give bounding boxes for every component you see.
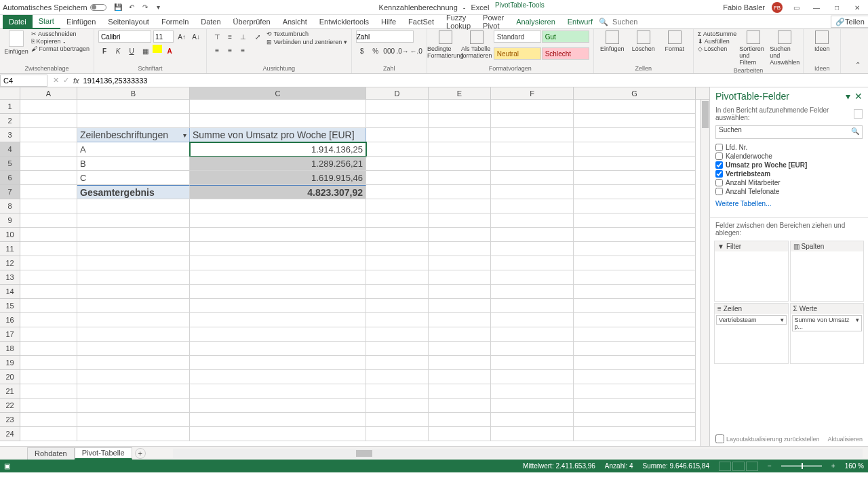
collapse-ribbon-icon[interactable]: ⌃ xyxy=(852,58,864,70)
field-search-input[interactable]: Suchen xyxy=(715,125,863,139)
font-color-button[interactable]: A xyxy=(163,45,176,57)
row-header[interactable]: 17 xyxy=(0,327,20,342)
cell[interactable] xyxy=(429,256,491,270)
field-item[interactable]: Kalenderwoche xyxy=(715,152,863,161)
cell[interactable]: 1.289.256,21 xyxy=(190,157,366,171)
page-break-view-icon[interactable] xyxy=(746,462,758,471)
cell[interactable] xyxy=(20,228,77,242)
user-avatar[interactable]: FB xyxy=(772,2,783,13)
field-item[interactable]: Anzahl Telefonate xyxy=(715,187,863,196)
font-size-select[interactable] xyxy=(153,30,174,43)
cell[interactable] xyxy=(20,356,77,370)
cell[interactable] xyxy=(574,413,696,427)
dec-decimal-icon[interactable]: ←.0 xyxy=(410,45,422,57)
more-tables-link[interactable]: Weitere Tabellen... xyxy=(710,197,868,210)
find-select-button[interactable]: Suchen und Auswählen xyxy=(770,30,799,66)
cell[interactable] xyxy=(20,313,77,327)
row-header[interactable]: 3 xyxy=(0,128,20,142)
cell[interactable] xyxy=(574,299,696,313)
cell[interactable] xyxy=(491,413,574,427)
cell[interactable] xyxy=(190,313,366,327)
cell[interactable] xyxy=(190,270,366,285)
pane-dropdown-icon[interactable]: ▾ xyxy=(846,91,850,102)
cell[interactable] xyxy=(429,399,491,413)
fill-button[interactable]: ⬇ Ausfüllen xyxy=(698,38,737,45)
cell[interactable] xyxy=(491,157,574,171)
cell[interactable] xyxy=(429,142,491,157)
cell[interactable] xyxy=(574,399,696,413)
col-header-D[interactable]: D xyxy=(366,87,429,99)
row-header[interactable]: 10 xyxy=(0,228,20,242)
cell[interactable] xyxy=(574,427,696,441)
col-header-G[interactable]: G xyxy=(574,87,696,99)
paste-button[interactable]: Einfügen xyxy=(4,30,28,64)
row-header[interactable]: 6 xyxy=(0,171,20,185)
rows-field-item[interactable]: Vertriebsteam▾ xyxy=(716,315,787,325)
tab-hilfe[interactable]: Hilfe xyxy=(375,15,402,29)
cell[interactable] xyxy=(366,256,429,270)
tab-formeln[interactable]: Formeln xyxy=(155,15,195,29)
cell[interactable] xyxy=(491,114,574,128)
cell-styles-gallery[interactable]: Standard Gut Neutral Schlecht xyxy=(494,30,589,64)
cell[interactable] xyxy=(429,242,491,256)
cell[interactable] xyxy=(77,399,190,413)
cell[interactable] xyxy=(491,142,574,157)
cell[interactable] xyxy=(429,270,491,285)
field-item[interactable]: Anzahl Mitarbeiter xyxy=(715,178,863,187)
cell[interactable] xyxy=(366,370,429,384)
insert-cells-button[interactable]: Einfügen xyxy=(598,30,627,64)
page-layout-view-icon[interactable] xyxy=(732,462,745,471)
zoom-level[interactable]: 160 % xyxy=(845,462,864,470)
cell[interactable] xyxy=(491,100,574,114)
align-center-icon[interactable]: ≡ xyxy=(224,44,236,56)
cell[interactable] xyxy=(366,285,429,299)
row-header[interactable]: 8 xyxy=(0,199,20,214)
cell[interactable] xyxy=(366,384,429,399)
cell[interactable] xyxy=(491,199,574,214)
autosave-toggle[interactable] xyxy=(90,4,106,11)
row-header[interactable]: 19 xyxy=(0,356,20,370)
align-bot-icon[interactable]: ⊥ xyxy=(237,30,249,43)
fx-icon[interactable]: fx xyxy=(73,77,79,85)
bold-button[interactable]: F xyxy=(98,45,111,57)
cell[interactable] xyxy=(491,242,574,256)
cell[interactable] xyxy=(491,370,574,384)
cell[interactable] xyxy=(574,270,696,285)
cell[interactable] xyxy=(366,114,429,128)
tab-start[interactable]: Start xyxy=(33,15,60,29)
tell-me-input[interactable] xyxy=(612,18,653,26)
cell[interactable] xyxy=(491,228,574,242)
cell[interactable] xyxy=(20,142,77,157)
ideas-button[interactable]: Ideen xyxy=(808,30,836,64)
cell[interactable] xyxy=(77,427,190,441)
cell[interactable] xyxy=(574,199,696,214)
values-field-item[interactable]: Summe von Umsatz p...▾ xyxy=(792,315,863,331)
cell[interactable] xyxy=(20,171,77,185)
cell[interactable] xyxy=(77,342,190,356)
cell[interactable] xyxy=(574,256,696,270)
select-all-corner[interactable] xyxy=(0,87,20,99)
cell[interactable] xyxy=(429,100,491,114)
vertical-scrollbar[interactable] xyxy=(700,100,709,446)
cell[interactable] xyxy=(429,299,491,313)
cell[interactable] xyxy=(190,256,366,270)
row-header[interactable]: 16 xyxy=(0,313,20,327)
cell[interactable] xyxy=(77,356,190,370)
clear-button[interactable]: ◇ Löschen xyxy=(698,45,737,52)
cell[interactable] xyxy=(491,171,574,185)
sheet-tab-pivot[interactable]: Pivot-Tabelle xyxy=(75,447,132,460)
cell[interactable] xyxy=(20,299,77,313)
cell[interactable] xyxy=(77,299,190,313)
cell[interactable] xyxy=(574,100,696,114)
horizontal-scrollbar[interactable] xyxy=(173,449,863,458)
cell[interactable] xyxy=(190,214,366,228)
cell[interactable] xyxy=(429,214,491,228)
ribbon-mode-icon[interactable]: ▭ xyxy=(789,3,803,12)
cell[interactable] xyxy=(366,128,429,142)
cell[interactable]: 1.619.915,46 xyxy=(190,171,366,185)
user-name[interactable]: Fabio Basler xyxy=(723,3,765,12)
add-sheet-button[interactable]: + xyxy=(135,448,146,459)
row-header[interactable]: 23 xyxy=(0,413,20,427)
row-header[interactable]: 20 xyxy=(0,370,20,384)
cell[interactable] xyxy=(366,214,429,228)
